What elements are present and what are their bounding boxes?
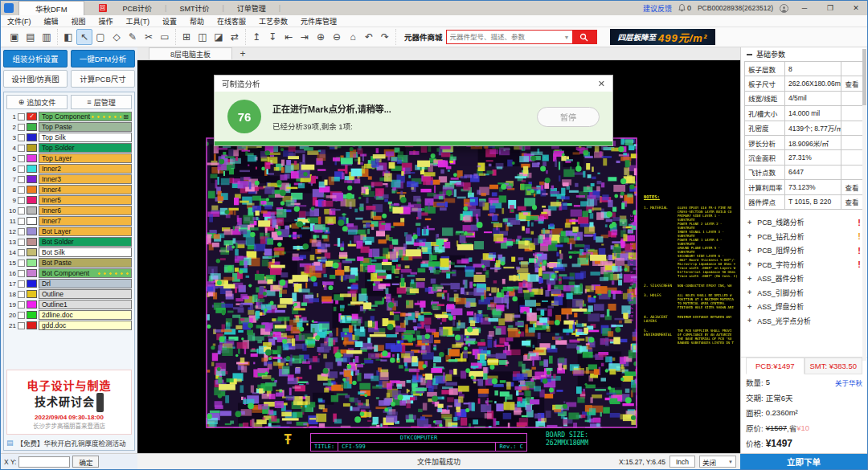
pcb-canvas[interactable]: SHIPLINE ONLY FOR REFERENCE NOTES: 1. MA… bbox=[137, 60, 740, 453]
layer-checkbox[interactable] bbox=[18, 166, 25, 173]
layer-color-swatch[interactable] bbox=[27, 144, 37, 152]
analysis-item[interactable]: +PCB_阻焊分析! bbox=[747, 243, 861, 258]
param-view-button[interactable]: 查看 bbox=[841, 182, 862, 192]
layer-checkbox[interactable] bbox=[18, 239, 25, 246]
save-icon[interactable]: ▣ bbox=[6, 29, 23, 45]
layer-checkbox[interactable] bbox=[18, 312, 25, 319]
layer-color-swatch[interactable] bbox=[27, 238, 37, 246]
event-ad-banner[interactable]: 电子设计与制造 技术研讨会 2022/09/04 09:30-18:00 长沙步… bbox=[6, 370, 132, 435]
promo-banner[interactable]: 四层板降至 499元/m² bbox=[610, 29, 716, 45]
layer-row[interactable]: 15Bot Paste bbox=[6, 258, 132, 268]
board-outline-icon[interactable]: ◧ bbox=[60, 29, 76, 45]
layer-checkbox[interactable] bbox=[18, 197, 25, 204]
layer-color-swatch[interactable] bbox=[27, 175, 37, 183]
layer-name[interactable]: Inner5 bbox=[39, 195, 132, 205]
layer-color-swatch[interactable] bbox=[27, 269, 37, 277]
layer-color-swatch[interactable] bbox=[27, 290, 37, 298]
layer-color-swatch[interactable] bbox=[27, 165, 37, 173]
expand-plus-icon[interactable]: + bbox=[747, 260, 751, 268]
align-bottom-icon[interactable]: ↧ bbox=[264, 29, 280, 45]
unit-toggle-button[interactable]: Inch bbox=[669, 456, 695, 468]
layer-name[interactable]: Bot Component bbox=[39, 268, 132, 278]
layer-color-swatch[interactable] bbox=[27, 206, 37, 215]
box-select-icon[interactable]: ▢ bbox=[92, 29, 108, 45]
close-button[interactable]: ✕ bbox=[846, 4, 866, 12]
layer-row[interactable]: 11Inner7 bbox=[6, 216, 132, 226]
undo-icon[interactable]: ↶ bbox=[361, 29, 377, 45]
analysis-item[interactable]: +PCB_钻孔分析! bbox=[747, 229, 861, 243]
layer-checkbox[interactable] bbox=[18, 145, 25, 152]
layer-name[interactable]: Inner4 bbox=[39, 185, 132, 194]
menu-item-文件F[interactable]: 文件(F) bbox=[1, 16, 38, 27]
layer-name[interactable]: Outline1 bbox=[39, 300, 132, 309]
layer-checkbox[interactable] bbox=[18, 322, 25, 329]
layer-name[interactable]: Inner6 bbox=[39, 206, 132, 215]
close-dropdown[interactable]: 关闭▼ bbox=[699, 456, 736, 468]
expand-plus-icon[interactable]: + bbox=[747, 275, 751, 283]
layer-color-swatch[interactable] bbox=[27, 186, 37, 194]
layer-checkbox[interactable] bbox=[18, 124, 25, 131]
layer-name[interactable]: Inner2 bbox=[39, 164, 132, 174]
swap-icon[interactable]: ⇄ bbox=[227, 29, 243, 45]
layer-checkbox[interactable] bbox=[18, 176, 25, 183]
param-view-button[interactable]: 查看 bbox=[841, 79, 862, 88]
layer-color-swatch[interactable] bbox=[27, 259, 37, 267]
layer-row[interactable]: 21gdd.doc bbox=[6, 321, 132, 330]
draw-icon[interactable]: ✎ bbox=[125, 29, 141, 45]
xy-coordinate-input[interactable] bbox=[18, 456, 70, 468]
analysis-item[interactable]: +PCB_字符分析! bbox=[747, 257, 861, 272]
calc-pcb-size-button[interactable]: 计算PCB尺寸 bbox=[71, 70, 135, 88]
layer-name[interactable]: Top Solder bbox=[39, 143, 132, 153]
pcb-render[interactable] bbox=[206, 137, 637, 428]
layer-row[interactable]: 16Bot Component bbox=[6, 268, 132, 278]
cut-icon[interactable]: ✂ bbox=[141, 29, 157, 45]
layer-color-swatch[interactable] bbox=[27, 133, 37, 141]
tab-order-mgmt[interactable]: 订单管理 bbox=[224, 3, 279, 14]
analysis-item[interactable]: +ASS_器件分析 bbox=[747, 272, 861, 286]
layer-row[interactable]: 5Top Layer bbox=[6, 153, 132, 163]
layer-row[interactable]: 18Outline bbox=[6, 289, 132, 299]
layer-row[interactable]: 3Top Silk bbox=[6, 133, 132, 142]
layer-checkbox[interactable] bbox=[18, 291, 25, 298]
one-click-dfm-button[interactable]: 一键DFM分析 bbox=[71, 50, 135, 67]
layer-color-swatch[interactable] bbox=[27, 227, 37, 235]
menu-item-在线客服[interactable]: 在线客服 bbox=[211, 16, 252, 27]
layer-name[interactable]: Outline bbox=[39, 289, 132, 299]
align-right-icon[interactable]: ⇥ bbox=[297, 29, 313, 45]
about-huaqiu-link[interactable]: 关于华秋 bbox=[835, 378, 862, 387]
open-icon[interactable]: ▤ bbox=[23, 29, 39, 45]
tab-pcb-quote[interactable]: PCB计价 bbox=[110, 3, 166, 14]
layer-checkbox[interactable] bbox=[18, 280, 25, 288]
layer-row[interactable]: 202dline.doc bbox=[6, 310, 132, 320]
cursor-icon[interactable]: ↖ bbox=[76, 29, 92, 45]
component-icon[interactable]: ◫ bbox=[194, 29, 211, 45]
polygon-select-icon[interactable]: ◇ bbox=[108, 29, 125, 45]
expand-plus-icon[interactable]: + bbox=[747, 303, 751, 311]
layer-checkbox[interactable] bbox=[18, 301, 25, 309]
layer-row[interactable]: 10Inner6 bbox=[6, 206, 132, 215]
expand-plus-icon[interactable]: + bbox=[747, 232, 751, 240]
layer-manager-button[interactable]: ≡ 层管理 bbox=[71, 95, 132, 109]
layer-checkbox[interactable] bbox=[18, 270, 25, 277]
menu-item-帮助[interactable]: 帮助 bbox=[183, 16, 211, 27]
layer-row[interactable]: 9Inner5 bbox=[6, 195, 132, 205]
layer-color-swatch[interactable] bbox=[27, 154, 37, 162]
layer-name[interactable]: Bot Solder bbox=[39, 237, 132, 247]
param-view-button[interactable]: 查看 bbox=[841, 197, 862, 206]
assembly-analysis-settings-button[interactable]: 组装分析设置 bbox=[3, 50, 68, 67]
layer-checkbox[interactable] bbox=[18, 155, 25, 162]
layer-expand-icon[interactable]: ⊞ bbox=[123, 113, 129, 121]
design-sim-view-button[interactable]: 设计图/仿真图 bbox=[3, 70, 68, 88]
news-ticker[interactable]: ▤ 【免费】华秋开启孔铜厚度检测活动 bbox=[6, 438, 132, 448]
align-left-icon[interactable]: ⇤ bbox=[280, 29, 297, 45]
layer-name[interactable]: Top Component⊞ bbox=[39, 112, 132, 121]
layer-checkbox[interactable] bbox=[18, 260, 25, 267]
layer-row[interactable]: 4Top Solder bbox=[6, 143, 132, 153]
analysis-item[interactable]: +ASS_焊盘分析 bbox=[747, 300, 861, 314]
tab-smt-quote[interactable]: SMT计价 bbox=[166, 3, 222, 14]
layer-name[interactable]: Inner7 bbox=[39, 216, 132, 226]
layer-row[interactable]: 1✓Top Component⊞ bbox=[6, 112, 132, 121]
layer-name[interactable]: Inner3 bbox=[39, 174, 132, 184]
layer-row[interactable]: 2Top Paste bbox=[6, 122, 132, 132]
search-button[interactable] bbox=[572, 31, 596, 43]
